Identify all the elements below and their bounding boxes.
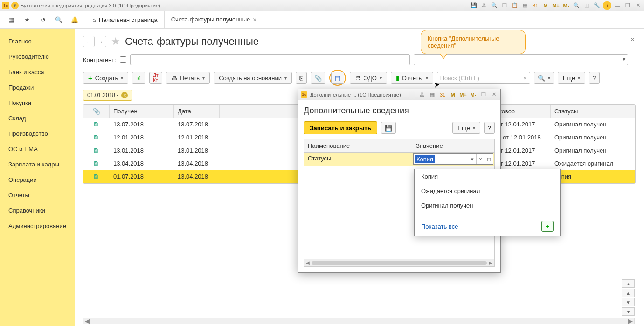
scroll-down-icon[interactable]: ▼ — [622, 298, 635, 306]
info-icon[interactable]: i — [603, 1, 611, 10]
back-button[interactable]: ← — [83, 36, 95, 47]
panel-icon[interactable]: ◫ — [582, 1, 591, 10]
col-attach[interactable]: 📎 — [83, 105, 110, 118]
save-icon[interactable]: 💾 — [470, 1, 478, 10]
create-button[interactable]: Создать ▾ — [83, 72, 128, 84]
sidebar-item-operations[interactable]: Операции — [0, 172, 75, 187]
bell-icon[interactable]: 🔔 — [70, 15, 79, 25]
sidebar-item-admin[interactable]: Администрирование — [0, 218, 75, 234]
dropdown-option[interactable]: Копия — [415, 169, 560, 184]
sidebar-item-bank[interactable]: Банк и касса — [0, 64, 75, 80]
hscroll-left-icon[interactable]: ◀ — [306, 260, 310, 265]
help-button[interactable]: ? — [589, 72, 600, 84]
memory-mplus[interactable]: M+ — [552, 1, 560, 10]
attach-button[interactable]: 📎 — [311, 72, 325, 84]
col-status[interactable]: Статусы — [551, 105, 635, 118]
date-chip-clear-icon[interactable]: × — [121, 92, 128, 98]
page-close-icon[interactable]: × — [630, 35, 635, 44]
additional-info-button[interactable]: ▤ — [331, 72, 344, 84]
sidebar-item-production[interactable]: Производство — [0, 126, 75, 141]
link-button[interactable]: ⎘ — [296, 72, 307, 84]
dlg-restore-icon[interactable]: ❐ — [480, 91, 487, 98]
open-value-icon[interactable]: ◻ — [485, 154, 493, 164]
app-menu-dropdown[interactable]: ▾ — [11, 2, 19, 9]
col-date[interactable]: Дата — [174, 105, 220, 118]
edo-button[interactable]: 🖷 ЭДО ▾ — [350, 72, 387, 84]
minimize-icon[interactable]: — — [613, 1, 622, 10]
tab-close-icon[interactable]: × — [253, 16, 256, 23]
scroll-bottom-icon[interactable]: ▾ — [622, 307, 635, 316]
search-input[interactable]: Поиск (Ctrl+F) × — [437, 72, 530, 84]
create-based-button[interactable]: Создать на основании ▾ — [214, 72, 292, 84]
bscroll-right-icon[interactable]: ▶ — [627, 318, 634, 325]
dlg-print-icon[interactable]: 🖶 — [418, 91, 426, 98]
dlg-col-name[interactable]: Наименование — [304, 139, 412, 152]
history-icon[interactable]: ↺ — [38, 15, 48, 25]
dropdown-arrow-icon[interactable]: ▾ — [468, 154, 476, 164]
copy-doc-button[interactable]: 🗎 — [132, 72, 145, 84]
dropdown-option[interactable]: Оригинал получен — [415, 198, 560, 213]
dlg-col-value[interactable]: Значение — [412, 139, 494, 152]
sidebar-item-salary[interactable]: Зарплата и кадры — [0, 157, 75, 172]
more-button[interactable]: Еще ▾ — [558, 72, 585, 84]
sidebar-item-manager[interactable]: Руководителю — [0, 49, 75, 64]
clear-value-icon[interactable]: × — [476, 154, 485, 164]
dialog-hscroll[interactable]: ◀ ▶ — [304, 259, 494, 266]
dlg-close-icon[interactable]: ✕ — [490, 91, 498, 98]
date-filter-chip[interactable]: 01.01.2018 - × — [83, 90, 132, 101]
sidebar-item-refs[interactable]: Справочники — [0, 203, 75, 218]
dialog-help-button[interactable]: ? — [484, 122, 495, 134]
filter-input-1[interactable] — [130, 54, 410, 65]
sidebar-item-reports[interactable]: Отчеты — [0, 187, 75, 203]
col-received[interactable]: Получен — [110, 105, 174, 118]
dropdown-option[interactable]: Ожидается оригинал — [415, 184, 560, 198]
calendar-icon[interactable]: ▦ — [521, 1, 529, 10]
star-icon[interactable]: ★ — [22, 15, 32, 25]
memory-mminus[interactable]: M- — [562, 1, 570, 10]
sidebar-item-assets[interactable]: ОС и НМА — [0, 141, 75, 157]
scroll-up-icon[interactable]: ▲ — [622, 289, 635, 297]
dialog-row[interactable]: Статусы Копия ▾ × ◻ — [304, 153, 494, 166]
value-select[interactable]: Копия ▾ × ◻ — [413, 153, 493, 165]
sidebar-item-warehouse[interactable]: Склад — [0, 111, 75, 126]
sidebar-item-purchases[interactable]: Покупки — [0, 95, 75, 111]
close-icon[interactable]: ✕ — [634, 1, 642, 10]
save-close-button[interactable]: Записать и закрыть — [304, 121, 377, 134]
preview-icon[interactable]: 🔍 — [490, 1, 499, 10]
bscroll-left-icon[interactable]: ◀ — [83, 318, 91, 325]
print-button[interactable]: 🖶 Печать ▾ — [166, 72, 210, 84]
restore-icon[interactable]: ❐ — [623, 1, 632, 10]
dialog-more-button[interactable]: Еще▾ — [452, 122, 480, 134]
favorite-star-icon[interactable]: ★ — [111, 35, 120, 48]
forward-button[interactable]: → — [95, 36, 106, 47]
tab-invoices[interactable]: Счета-фактуры полученные × — [165, 11, 264, 28]
dlg-m[interactable]: M — [449, 91, 457, 98]
zoom-icon[interactable]: 🔍 — [572, 1, 581, 10]
scroll-top-icon[interactable]: ▴ — [622, 279, 635, 288]
dlg-mplus[interactable]: M+ — [459, 91, 467, 98]
print-icon[interactable]: 🖶 — [480, 1, 488, 10]
search-icon[interactable]: 🔍 — [54, 15, 63, 25]
paste-icon[interactable]: 📋 — [511, 1, 519, 10]
dlg-date-icon[interactable]: 31 — [439, 91, 446, 98]
sidebar-item-sales[interactable]: Продажи — [0, 80, 75, 95]
save-button[interactable]: 💾 — [381, 122, 396, 134]
tab-home[interactable]: ⌂ Начальная страница — [86, 11, 165, 28]
sidebar-item-main[interactable]: Главное — [0, 34, 75, 49]
dtkt-button[interactable]: ДтКт — [149, 72, 162, 84]
dlg-mminus[interactable]: M- — [470, 91, 477, 98]
tools-icon[interactable]: 🔧 — [593, 1, 601, 10]
memory-m[interactable]: M — [541, 1, 550, 10]
search-clear-icon[interactable]: × — [523, 75, 527, 82]
show-all-link[interactable]: Показать все — [421, 223, 458, 230]
copy-icon[interactable]: ❐ — [500, 1, 509, 10]
date-icon[interactable]: 31 — [531, 1, 540, 10]
hscroll-right-icon[interactable]: ▶ — [489, 260, 492, 265]
filter-checkbox[interactable] — [120, 56, 126, 63]
dlg-grid-icon[interactable]: ▦ — [429, 91, 436, 98]
search-button[interactable]: 🔍▾ — [534, 72, 554, 84]
add-option-button[interactable]: + — [541, 221, 554, 232]
reports-button[interactable]: ▮ Отчеты ▾ — [391, 72, 433, 84]
apps-icon[interactable]: ▦ — [7, 15, 16, 25]
bottom-scrollbar[interactable]: ◀ ▶ — [83, 318, 635, 324]
